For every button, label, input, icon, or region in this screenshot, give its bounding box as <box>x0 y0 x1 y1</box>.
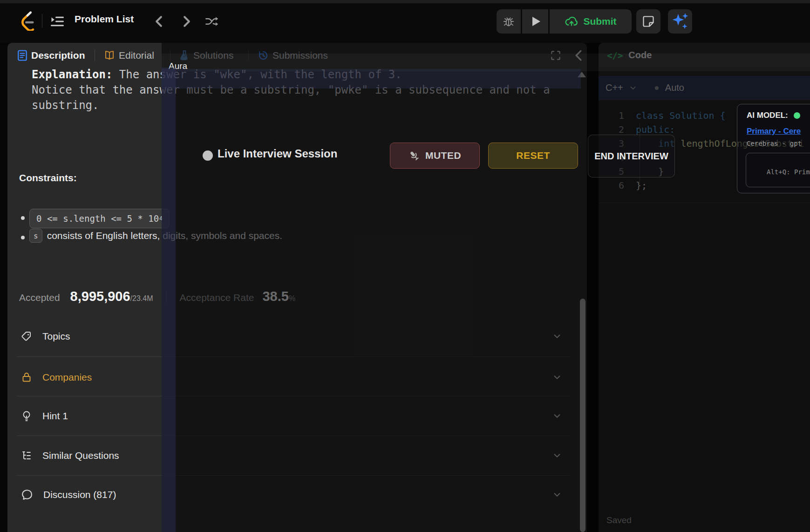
description-icon <box>17 50 27 61</box>
ai-assistant-button[interactable] <box>668 9 692 34</box>
muted-button[interactable]: MUTED <box>390 143 480 169</box>
list-tree-icon <box>21 450 32 461</box>
reset-label: RESET <box>516 150 550 161</box>
tag-icon <box>21 331 32 342</box>
next-question-icon[interactable] <box>178 13 196 30</box>
problem-panel-icon[interactable] <box>48 13 66 30</box>
bullet-dot <box>21 216 25 220</box>
accordion-discussion-label: Discussion (817) <box>43 489 116 500</box>
accordion-hint-1-label: Hint 1 <box>42 410 68 422</box>
accepted-value: 8,995,906 <box>70 289 130 304</box>
constraint-code-chip: 0 <= s.length <= 5 * 104 <box>29 209 170 228</box>
top-navigation-bar: Problem List <box>0 0 810 43</box>
lightbulb-icon <box>21 410 32 422</box>
ai-model-panel: AI MODEL: Primary - Cere Cerebras - gpt … <box>737 104 810 193</box>
ai-hotkey-box: Alt+Q: Prim <box>746 153 810 187</box>
notes-button[interactable] <box>636 9 660 34</box>
run-submit-button-group: Submit <box>497 9 632 34</box>
constraint2-code-chip: s <box>29 229 42 243</box>
muted-label: MUTED <box>425 150 461 161</box>
tab-description-label: Description <box>31 50 85 61</box>
run-button[interactable] <box>522 9 548 34</box>
debug-button[interactable] <box>497 9 521 34</box>
session-status-dot <box>203 150 213 161</box>
accordion-companies-label: Companies <box>42 372 92 383</box>
speech-bubble-icon <box>21 489 33 500</box>
submit-button[interactable]: Submit <box>550 9 632 34</box>
constraints-heading: Constraints: <box>19 172 77 184</box>
tab-description[interactable]: Description <box>17 43 85 68</box>
ai-status-dot <box>794 112 800 119</box>
tab-separator <box>95 50 95 61</box>
submit-label: Submit <box>583 16 616 27</box>
leetcode-window: Problem List <box>0 0 810 532</box>
overlay-highlight-strip <box>162 68 176 532</box>
constraint1-text: 0 <= s.length <= 5 * 10 <box>36 213 159 224</box>
live-session-label: Live Interview Session <box>218 147 337 160</box>
explanation-prefix: Explanation: <box>32 68 112 81</box>
ai-model-label: AI MODEL: <box>747 111 788 120</box>
cloud-upload-icon <box>565 16 579 27</box>
lock-icon <box>21 372 32 383</box>
accordion-topics-label: Topics <box>42 331 70 342</box>
sparkles-icon <box>668 9 692 34</box>
tab-editorial-label: Editorial <box>119 50 154 61</box>
window-top-edge <box>0 0 810 3</box>
end-interview-label: END INTERVIEW <box>594 150 668 163</box>
ai-hotkey-text: Alt+Q: Prim <box>767 168 810 176</box>
random-question-icon[interactable] <box>203 13 221 30</box>
accepted-total: /23.4M <box>130 294 153 303</box>
ai-model-name: Cerebras - gpt <box>747 140 802 147</box>
end-interview-button[interactable]: END INTERVIEW <box>588 135 675 177</box>
microphone-icon <box>406 148 422 164</box>
accepted-label: Accepted <box>19 292 60 303</box>
problem-list-button[interactable]: Problem List <box>75 14 134 25</box>
play-icon <box>532 17 540 26</box>
accordion-similar-questions-label: Similar Questions <box>42 450 119 461</box>
prev-question-icon[interactable] <box>150 13 168 30</box>
aura-interview-overlay: Aura Live Interview Session MUTED RESET … <box>162 43 810 532</box>
bullet-dot <box>21 236 25 239</box>
editorial-book-icon <box>104 50 115 61</box>
ai-model-header: AI MODEL: <box>747 111 800 120</box>
ai-primary-link[interactable]: Primary - Cere <box>747 127 801 136</box>
reset-button[interactable]: RESET <box>488 143 578 169</box>
leetcode-logo-icon[interactable] <box>18 10 35 31</box>
sticky-note-icon <box>642 15 655 28</box>
overlay-highlight-band <box>162 69 581 89</box>
tab-editorial[interactable]: Editorial <box>104 43 154 68</box>
topbar-divider <box>42 14 42 28</box>
bug-icon <box>503 15 515 27</box>
